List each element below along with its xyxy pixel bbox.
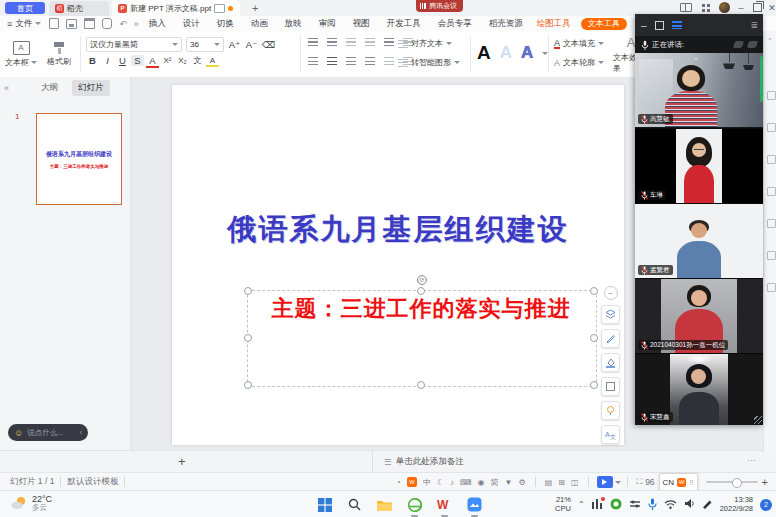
align-right-icon[interactable] bbox=[346, 57, 356, 65]
subscript-button[interactable]: X₂ bbox=[176, 56, 189, 65]
increase-font-button[interactable]: A⁺ bbox=[228, 39, 241, 50]
video-tile[interactable]: 孟繁君 bbox=[635, 203, 763, 278]
tab-view[interactable]: 视图 bbox=[353, 18, 370, 30]
volume-mixer-tray-icon[interactable] bbox=[629, 499, 641, 511]
bullet-list-icon[interactable] bbox=[308, 38, 318, 46]
timer-icon[interactable]: ◔ bbox=[396, 478, 401, 487]
numbered-list-icon[interactable] bbox=[327, 38, 337, 46]
chinese-lang-icon[interactable]: 中 bbox=[423, 477, 431, 488]
cpu-monitor[interactable]: 21% CPU bbox=[555, 496, 571, 513]
resize-handle-ne[interactable] bbox=[590, 287, 598, 295]
align-text-button[interactable]: 对齐文本 bbox=[398, 38, 452, 49]
resize-handle-n[interactable] bbox=[417, 287, 425, 295]
clear-format-button[interactable]: ⌫ bbox=[262, 39, 275, 50]
shadow-button[interactable]: S bbox=[131, 55, 144, 66]
tab-design[interactable]: 设计 bbox=[183, 18, 200, 30]
slideshow-play-button[interactable] bbox=[597, 476, 613, 488]
panel-switch-icon[interactable]: ≣ bbox=[750, 20, 758, 30]
layout-switch-button[interactable] bbox=[678, 2, 694, 13]
keyboard-icon[interactable]: ⌨ bbox=[460, 478, 472, 487]
tab-draw-tools[interactable]: 绘图工具 bbox=[537, 16, 571, 31]
settings-gear-icon[interactable]: ⚙ bbox=[519, 478, 526, 487]
tab-text-tools[interactable]: 文本工具 bbox=[581, 18, 627, 30]
sidebar-tool-icon[interactable] bbox=[767, 91, 776, 100]
layer-order-button[interactable] bbox=[601, 305, 620, 324]
slide-page[interactable] bbox=[172, 85, 624, 445]
resize-handle-se[interactable] bbox=[590, 381, 598, 389]
tab-member[interactable]: 会员专享 bbox=[438, 18, 472, 30]
notes-bar[interactable]: ☰ 单击此处添加备注 bbox=[384, 456, 464, 468]
reading-view-icon[interactable]: ◫ bbox=[571, 478, 579, 487]
more-tools-icon[interactable]: ··· bbox=[747, 455, 756, 465]
taskbar-search-button[interactable] bbox=[346, 496, 363, 513]
collapse-chat-icon[interactable]: ‹ bbox=[80, 428, 83, 437]
underline-button[interactable]: U bbox=[116, 55, 129, 66]
clock-widget[interactable]: 13:38 2022/9/28 bbox=[720, 496, 753, 513]
phonetic-guide-button[interactable]: 文 bbox=[191, 55, 204, 66]
preview-icon[interactable] bbox=[102, 18, 112, 29]
window-resize-handle[interactable] bbox=[754, 416, 762, 424]
pen-tray-icon[interactable] bbox=[702, 499, 713, 511]
text-outline-button[interactable]: A 文本轮廓 bbox=[554, 57, 604, 68]
sidebar-tool-icon[interactable] bbox=[767, 251, 776, 260]
stock-app-tray-icon[interactable] bbox=[592, 499, 603, 511]
tab-home[interactable]: 首页 bbox=[5, 2, 45, 14]
simplified-chinese-icon[interactable]: 简 bbox=[491, 477, 499, 488]
slideshow-options-caret[interactable] bbox=[615, 481, 621, 484]
ie-browser-button[interactable] bbox=[406, 496, 423, 513]
video-tile[interactable]: ⌃ 高慧敏 bbox=[635, 53, 763, 127]
file-menu[interactable]: ≡ 文件 bbox=[7, 16, 41, 31]
collapse-panel-button[interactable]: « bbox=[4, 83, 9, 93]
tab-document[interactable]: P 新建 PPT 演示文稿.ppt bbox=[112, 0, 240, 16]
tab-outline[interactable]: 大纲 bbox=[35, 80, 64, 96]
font-size-select[interactable]: 36 bbox=[186, 37, 224, 52]
slide-sorter-icon[interactable]: ⊞ bbox=[558, 478, 565, 487]
resize-handle-s[interactable] bbox=[417, 381, 425, 389]
collapse-strip-icon[interactable]: ⌃ bbox=[767, 37, 773, 45]
font-color-button[interactable]: A bbox=[146, 55, 159, 66]
zoom-slider-knob[interactable] bbox=[732, 478, 742, 488]
highlight-button[interactable]: A bbox=[206, 56, 219, 65]
undo-icon[interactable]: ↶ bbox=[119, 19, 127, 29]
account-icon[interactable]: ◉ bbox=[478, 478, 485, 487]
meeting-maximize-button[interactable] bbox=[655, 21, 664, 30]
tab-insert[interactable]: 插入 bbox=[149, 18, 166, 30]
notification-badge[interactable]: 2 bbox=[760, 499, 772, 511]
ime-indicator[interactable]: CN W ⠿ bbox=[659, 473, 698, 491]
tab-slideshow[interactable]: 放映 bbox=[285, 18, 302, 30]
sidebar-tool-icon[interactable] bbox=[767, 219, 776, 228]
sidebar-tool-icon[interactable] bbox=[767, 187, 776, 196]
sidebar-tool-icon[interactable] bbox=[767, 283, 776, 292]
sidebar-tool-icon[interactable] bbox=[767, 123, 776, 132]
close-button[interactable]: ✕ bbox=[764, 2, 776, 13]
microphone-tray-icon[interactable] bbox=[648, 498, 657, 512]
save-icon[interactable] bbox=[66, 19, 77, 29]
hidden-icons-chevron[interactable]: ⌃ bbox=[578, 500, 585, 509]
tab-transition[interactable]: 切换 bbox=[217, 18, 234, 30]
minimize-button[interactable]: – bbox=[733, 2, 749, 13]
voice-read-icon[interactable]: ♪ bbox=[450, 478, 454, 487]
chat-placeholder[interactable]: 说点什么... bbox=[27, 428, 63, 438]
wordart-style-1[interactable]: A bbox=[477, 42, 491, 64]
resize-handle-nw[interactable] bbox=[244, 287, 252, 295]
expand-chevron-icon[interactable]: ⌃ bbox=[693, 57, 699, 65]
volume-tray-icon[interactable] bbox=[684, 498, 695, 511]
meeting-chat-pill[interactable]: ☺ 说点什么... ‹ bbox=[8, 424, 88, 441]
meeting-menu-icon[interactable] bbox=[672, 21, 682, 29]
file-explorer-button[interactable] bbox=[376, 496, 393, 513]
meeting-scrollbar[interactable] bbox=[760, 56, 763, 102]
align-center-icon[interactable] bbox=[327, 57, 337, 65]
tab-slides[interactable]: 幻灯片 bbox=[72, 80, 110, 96]
sidebar-tool-icon[interactable] bbox=[767, 155, 776, 164]
video-tile[interactable]: 2021040301孙一嘉一机位 bbox=[635, 278, 763, 353]
text-direction-icon[interactable] bbox=[384, 38, 394, 46]
textbox-button[interactable]: A 文本框 bbox=[4, 36, 38, 72]
tab-animation[interactable]: 动画 bbox=[251, 18, 268, 30]
decrease-font-button[interactable]: A⁻ bbox=[245, 39, 258, 50]
new-file-icon[interactable] bbox=[49, 18, 59, 29]
weather-widget[interactable]: 22°C 多云 bbox=[10, 494, 52, 513]
video-tile[interactable]: ⌄ 宋慧鑫 bbox=[635, 353, 763, 425]
skin-icon[interactable]: ▼ bbox=[505, 478, 513, 487]
fill-color-button[interactable] bbox=[601, 353, 620, 372]
format-painter-button[interactable]: 格式刷 bbox=[42, 36, 76, 72]
